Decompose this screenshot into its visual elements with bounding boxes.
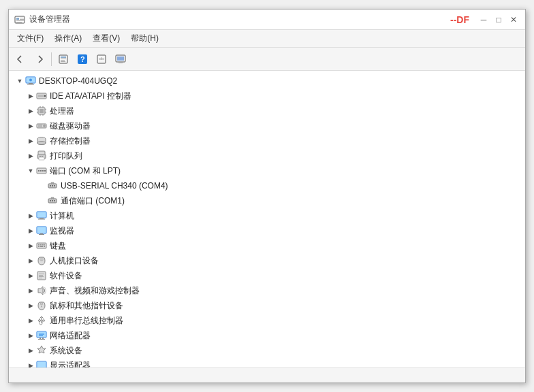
usb-ctrl-expand-icon[interactable]: ▶: [25, 315, 36, 326]
minimize-button[interactable]: ─: [477, 14, 490, 26]
svg-rect-93: [40, 338, 41, 339]
svg-rect-69: [39, 234, 44, 235]
svg-rect-5: [16, 22, 22, 22]
menu-action[interactable]: 操作(A): [49, 31, 87, 46]
tree-root[interactable]: ▼ DESKTOP-404UGQ2: [9, 74, 525, 88]
svg-point-58: [50, 200, 51, 201]
audio-label: 声音、视频和游戏控制器: [50, 285, 140, 297]
print-label: 打印队列: [50, 150, 82, 162]
svg-rect-26: [44, 95, 46, 97]
root-expand-icon[interactable]: ▼: [14, 76, 25, 86]
tree-item-usb-ctrl[interactable]: ▶ 通用串行总线控制器: [9, 313, 525, 328]
tree-item-cpu[interactable]: ▶ 处理器: [9, 103, 525, 118]
ide-expand-icon[interactable]: ▶: [25, 91, 36, 101]
tree-item-print[interactable]: ▶ 打印队列: [9, 148, 525, 163]
back-button[interactable]: [12, 50, 29, 68]
tree-item-monitor[interactable]: ▶ 监视器: [9, 223, 525, 238]
svg-point-51: [44, 170, 46, 172]
menu-view[interactable]: 查看(V): [87, 31, 125, 46]
device-manager-window: 设备管理器 --DF ─ □ ✕ 文件(F) 操作(A) 查看(V) 帮助(H): [8, 9, 526, 383]
svg-rect-16: [117, 56, 124, 61]
audio-expand-icon[interactable]: ▶: [25, 285, 36, 296]
software-expand-icon[interactable]: ▶: [25, 270, 36, 281]
display-label: 显示适配器: [50, 360, 91, 368]
tree-item-keyboard[interactable]: ▶ 键盘: [9, 238, 525, 253]
forward-icon: [35, 54, 44, 64]
properties-button[interactable]: [54, 50, 72, 68]
tree-item-hid[interactable]: ▶ 人机接口设备: [9, 253, 525, 268]
help-button[interactable]: ?: [74, 50, 91, 68]
port-icon: [36, 165, 47, 176]
close-button[interactable]: ✕: [507, 14, 520, 26]
disk-label: 磁盘驱动器: [50, 120, 91, 132]
computer-expand-icon[interactable]: ▶: [25, 210, 36, 221]
svg-rect-67: [37, 227, 46, 233]
root-label: DESKTOP-404UGQ2: [39, 76, 117, 86]
computer-label: 计算机: [50, 210, 74, 222]
display-icon: [36, 360, 47, 368]
cpu-label: 处理器: [50, 105, 74, 117]
window-icon: [14, 14, 25, 25]
tree-item-usb-serial[interactable]: ▶ USB-SERIAL CH340 (COM4): [9, 178, 525, 193]
menu-file[interactable]: 文件(F): [12, 31, 49, 46]
sys-expand-icon[interactable]: ▶: [25, 345, 36, 356]
net-expand-icon[interactable]: ▶: [25, 330, 36, 341]
mouse-label: 鼠标和其他指针设备: [50, 300, 123, 312]
tree-item-net[interactable]: ▶ 网络适配器: [9, 328, 525, 343]
help-icon: ?: [77, 54, 88, 65]
properties-icon: [58, 54, 69, 65]
scan-button[interactable]: [93, 50, 110, 68]
tree-item-disk[interactable]: ▶ 磁盘驱动器: [9, 118, 525, 133]
software-label: 软件设备: [50, 270, 82, 282]
tree-item-computer[interactable]: ▶ 计算机: [9, 208, 525, 223]
tree-item-ide[interactable]: ▶ IDE ATA/ATAPI 控制器: [9, 88, 525, 103]
software-icon: [36, 270, 47, 281]
tree-item-software[interactable]: ▶ 软件设备: [9, 268, 525, 283]
tree-item-mouse[interactable]: ▶ 鼠标和其他指针设备: [9, 298, 525, 313]
monitor-expand-icon[interactable]: ▶: [25, 225, 36, 236]
net-icon: [36, 330, 47, 341]
display-expand-icon[interactable]: ▶: [25, 360, 36, 368]
storage-expand-icon[interactable]: ▶: [25, 135, 36, 146]
device-tree[interactable]: ▼ DESKTOP-404UGQ2 ▶: [9, 71, 525, 368]
svg-rect-7: [61, 56, 66, 58]
svg-rect-10: [61, 61, 65, 62]
svg-point-55: [54, 185, 55, 186]
svg-point-88: [41, 306, 42, 308]
svg-rect-4: [16, 20, 24, 21]
svg-rect-61: [51, 197, 54, 199]
tree-item-display[interactable]: ▶ 显示适配器: [9, 358, 525, 368]
svg-rect-75: [38, 246, 40, 248]
hid-expand-icon[interactable]: ▶: [25, 255, 36, 266]
usb-ctrl-label: 通用串行总线控制器: [50, 315, 123, 327]
disk-expand-icon[interactable]: ▶: [25, 120, 36, 131]
monitor-label: 监视器: [50, 225, 74, 237]
maximize-button[interactable]: □: [492, 14, 505, 26]
tree-item-storage[interactable]: ▶ 存储控制器: [9, 133, 525, 148]
svg-rect-21: [29, 83, 33, 84]
menu-help[interactable]: 帮助(H): [125, 31, 164, 46]
audio-icon: [36, 285, 47, 296]
forward-button[interactable]: [31, 50, 48, 68]
svg-rect-95: [38, 339, 45, 340]
mouse-expand-icon[interactable]: ▶: [25, 300, 36, 311]
title-bar: 设备管理器 --DF ─ □ ✕: [9, 10, 525, 30]
net-label: 网络适配器: [50, 330, 91, 342]
tree-item-port[interactable]: ▼ 端口 (COM 和 LPT): [9, 163, 525, 178]
title-bar-right: --DF ─ □ ✕: [450, 14, 520, 26]
svg-rect-73: [42, 244, 44, 246]
port-expand-icon[interactable]: ▼: [25, 165, 36, 176]
monitor-button[interactable]: [112, 50, 129, 68]
svg-rect-70: [37, 243, 46, 248]
keyboard-icon: [36, 240, 47, 251]
cpu-expand-icon[interactable]: ▶: [25, 105, 36, 116]
mouse-icon: [36, 300, 47, 311]
keyboard-expand-icon[interactable]: ▶: [25, 240, 36, 251]
svg-rect-65: [38, 219, 45, 220]
svg-rect-44: [39, 157, 44, 160]
print-expand-icon[interactable]: ▶: [25, 150, 36, 161]
tree-item-audio[interactable]: ▶ 声音、视频和游戏控制器: [9, 283, 525, 298]
tree-item-sys[interactable]: ▶ 系统设备: [9, 343, 525, 358]
tree-item-com1[interactable]: ▶ 通信端口 (COM1): [9, 193, 525, 208]
svg-rect-18: [119, 63, 123, 63]
